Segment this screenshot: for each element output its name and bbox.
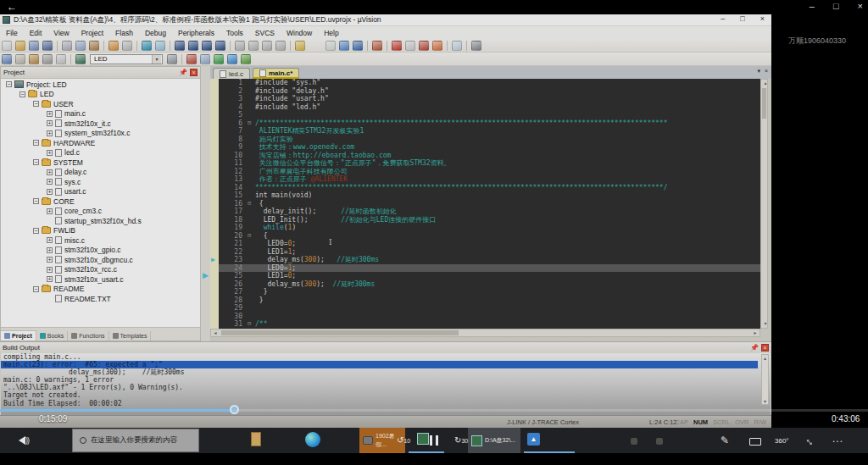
code-editor[interactable]: ▶ I 1 #include "sys.h"2 #include "delay.… xyxy=(210,79,760,329)
expand-icon[interactable]: + xyxy=(47,189,53,195)
bookmark-margin[interactable] xyxy=(210,175,219,184)
expand-icon[interactable]: + xyxy=(47,130,53,136)
menu-view[interactable]: View xyxy=(47,29,75,37)
bookmark-margin[interactable] xyxy=(210,232,219,241)
splitter-collapse-icon[interactable]: ▶ xyxy=(203,271,209,280)
build-output-log[interactable]: compiling main.c...main.c(23): error: #6… xyxy=(1,353,771,415)
pack-installer-icon[interactable] xyxy=(227,54,237,64)
tree-item-usart-c[interactable]: +usart.c xyxy=(1,187,200,197)
collapse-icon[interactable]: − xyxy=(33,159,39,165)
scroll-left-icon[interactable]: ◂ xyxy=(211,329,220,336)
panel-tab-project[interactable]: Project xyxy=(1,330,36,340)
code-line-24[interactable]: 24 LED0=1; xyxy=(210,264,760,273)
open-file-icon[interactable] xyxy=(15,41,25,51)
build-log-line[interactable]: Build Time Elapsed: 00:00:02 xyxy=(1,400,771,407)
bookmark-margin[interactable] xyxy=(210,296,219,305)
code-line-8[interactable]: 8 跑马灯实验 xyxy=(210,136,760,144)
bookmark-margin[interactable] xyxy=(210,288,219,296)
bookmark-margin[interactable] xyxy=(210,79,219,87)
tree-item-misc-c[interactable]: +misc.c xyxy=(1,235,200,246)
expand-icon[interactable]: + xyxy=(47,267,53,273)
collapse-icon[interactable]: − xyxy=(33,198,39,204)
code-line-25[interactable]: 25 LED1=0; xyxy=(210,272,760,280)
window-maximize-button[interactable]: □ xyxy=(740,14,744,23)
bookmark-margin[interactable] xyxy=(210,136,219,144)
code-line-9[interactable]: 9 技术支持：www.openedv.com xyxy=(210,143,760,152)
code-line-7[interactable]: 7 ALIENTEK精英STM32开发板实验1 xyxy=(210,127,760,136)
fold-collapse-icon[interactable]: ⊟ xyxy=(248,232,255,241)
editor-tab-ledc[interactable]: led.c xyxy=(213,68,250,79)
tree-item-core-cm3-c[interactable]: +core_cm3.c xyxy=(1,207,200,217)
build-log-line[interactable]: "..\OBJ\LED.axf" - 1 Error(s), 0 Warning… xyxy=(1,384,771,391)
menu-project[interactable]: Project xyxy=(75,29,109,37)
code-line-23[interactable]: 23 delay_ms(300); //延时300ms xyxy=(210,256,760,264)
menu-svcs[interactable]: SVCS xyxy=(249,29,281,37)
new-file-icon[interactable] xyxy=(2,41,12,51)
code-line-2[interactable]: 2 #include "delay.h" xyxy=(210,87,760,96)
code-line-1[interactable]: 1 #include "sys.h" xyxy=(210,79,760,87)
tree-item-readme-txt[interactable]: README.TXT xyxy=(1,294,200,304)
bookmark-margin[interactable] xyxy=(210,320,219,329)
taskbar-search-input[interactable]: 在这里输入你要搜索的内容 xyxy=(72,429,199,452)
editor-vertical-scrollbar[interactable]: ▴ ▾ xyxy=(760,79,768,329)
panel-tab-templates[interactable]: Templates xyxy=(109,331,152,340)
menu-flash[interactable]: Flash xyxy=(109,29,139,37)
debug-checkbox-icon[interactable] xyxy=(326,41,336,51)
window-minimize-button[interactable]: – xyxy=(721,14,725,23)
collapse-icon[interactable]: − xyxy=(33,286,39,292)
bookmark-margin[interactable] xyxy=(210,216,219,224)
collapse-icon[interactable]: − xyxy=(33,228,39,234)
run-time-environment-icon[interactable] xyxy=(214,54,224,64)
code-line-3[interactable]: 3 #include "usart.h" xyxy=(210,95,760,103)
expand-icon[interactable]: + xyxy=(47,237,53,243)
menu-help[interactable]: Help xyxy=(318,29,344,37)
insert-run-icon[interactable] xyxy=(353,41,363,51)
tray-icon[interactable] xyxy=(656,438,663,445)
tree-item-stm32f10x-rcc-c[interactable]: +stm32f10x_rcc.c xyxy=(1,265,200,275)
bookmark-margin[interactable] xyxy=(210,152,219,160)
build-log-line[interactable]: main.c: 0 warnings, 1 error xyxy=(1,376,771,384)
code-line-16[interactable]: 16⊟ { xyxy=(210,200,760,208)
debug-windows-icon[interactable] xyxy=(372,41,382,51)
menu-edit[interactable]: Edit xyxy=(24,29,48,37)
panel-tab-functions[interactable]: Functions xyxy=(68,331,108,340)
code-line-20[interactable]: 20⊟ { xyxy=(210,232,760,241)
outdent-icon[interactable] xyxy=(248,41,259,51)
configure-icon[interactable] xyxy=(471,41,481,51)
tree-item-hardware[interactable]: −HARDWARE xyxy=(1,138,200,148)
expand-icon[interactable]: + xyxy=(47,247,53,253)
code-line-28[interactable]: 28 } xyxy=(210,296,760,305)
build-log-line[interactable]: delay_ms(300); //延时300ms xyxy=(1,368,771,376)
tree-item-fwlib[interactable]: −FWLIB xyxy=(1,226,200,236)
taskbar-edge-icon[interactable] xyxy=(305,432,320,447)
undo-icon[interactable] xyxy=(108,41,119,51)
forward-30-icon[interactable]: ↻30 xyxy=(454,435,468,445)
translate-icon[interactable] xyxy=(2,54,12,64)
editor-horizontal-scrollbar[interactable]: ◂ ▸ xyxy=(210,329,760,337)
build-vertical-scrollbar[interactable]: ▴▾ xyxy=(761,354,769,405)
tab-list-dropdown-icon[interactable]: ▾ xyxy=(757,68,760,75)
bookmark-margin[interactable] xyxy=(210,184,219,192)
bookmark-margin[interactable] xyxy=(210,313,219,321)
redo-icon[interactable] xyxy=(122,41,132,51)
uncomment-icon[interactable] xyxy=(275,41,286,51)
build-log-line[interactable]: compiling main.c... xyxy=(1,353,771,361)
collapse-icon[interactable]: − xyxy=(6,81,12,87)
code-line-5[interactable]: 5 xyxy=(210,111,760,119)
mini-player-icon[interactable] xyxy=(749,436,761,448)
taskbar-uvision-icon[interactable] xyxy=(417,433,429,445)
bookmark-margin[interactable] xyxy=(210,272,219,280)
stop-build-icon[interactable] xyxy=(56,54,66,64)
scroll-right-icon[interactable]: ▸ xyxy=(751,329,760,337)
menu-peripherals[interactable]: Peripherals xyxy=(172,29,220,37)
code-line-12[interactable]: 12 广州市星翼电子科技有限公司 xyxy=(210,168,760,176)
comment-icon[interactable] xyxy=(262,41,272,51)
window-close-button[interactable]: × xyxy=(760,14,765,23)
batch-build-icon[interactable] xyxy=(42,54,53,64)
target-options-icon[interactable] xyxy=(167,54,177,64)
more-options-icon[interactable]: ... xyxy=(832,433,843,445)
menu-tools[interactable]: Tools xyxy=(220,29,249,37)
breakpoint-kill-all-icon[interactable] xyxy=(432,41,442,51)
tree-item-user[interactable]: −USER xyxy=(1,99,200,109)
video-maximize-button[interactable]: □ xyxy=(833,1,839,11)
